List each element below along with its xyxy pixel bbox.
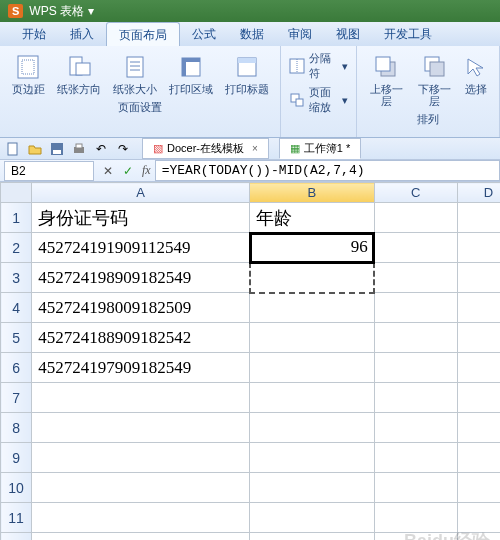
cell[interactable] [374, 353, 457, 383]
send-backward-button[interactable]: 下移一层 [411, 50, 457, 110]
cell[interactable] [32, 413, 250, 443]
cell[interactable] [374, 383, 457, 413]
print-titles-button[interactable]: 打印标题 [220, 50, 274, 98]
cell[interactable] [457, 443, 500, 473]
cell[interactable] [457, 533, 500, 541]
cell[interactable] [374, 203, 457, 233]
cell[interactable] [457, 473, 500, 503]
row-header[interactable]: 8 [1, 413, 32, 443]
cell[interactable] [374, 263, 457, 293]
cell[interactable] [457, 293, 500, 323]
doc-tab-workbook[interactable]: ▦ 工作簿1 * [279, 138, 361, 159]
svg-rect-16 [296, 99, 303, 106]
cell[interactable] [250, 413, 375, 443]
cell[interactable] [457, 203, 500, 233]
cell[interactable] [250, 503, 375, 533]
cell[interactable] [457, 383, 500, 413]
cell[interactable] [374, 413, 457, 443]
row-header[interactable]: 11 [1, 503, 32, 533]
new-doc-icon[interactable] [4, 140, 22, 158]
breaks-button[interactable]: 分隔符▾ [287, 50, 350, 82]
cancel-formula-icon[interactable]: ✕ [98, 164, 118, 178]
cell[interactable]: 452724198909182549 [32, 263, 250, 293]
accept-formula-icon[interactable]: ✓ [118, 164, 138, 178]
cell[interactable]: 452724191909112549 [32, 233, 250, 263]
cell[interactable] [374, 473, 457, 503]
tab-insert[interactable]: 插入 [58, 22, 106, 46]
cell[interactable] [32, 503, 250, 533]
size-button[interactable]: 纸张大小 [108, 50, 162, 98]
row-header[interactable]: 4 [1, 293, 32, 323]
cell[interactable] [250, 383, 375, 413]
tab-view[interactable]: 视图 [324, 22, 372, 46]
cell[interactable] [457, 263, 500, 293]
cell[interactable]: 452724198009182509 [32, 293, 250, 323]
undo-icon[interactable]: ↶ [92, 140, 110, 158]
tab-formulas[interactable]: 公式 [180, 22, 228, 46]
tab-home[interactable]: 开始 [10, 22, 58, 46]
col-header-A[interactable]: A [32, 183, 250, 203]
cell[interactable] [457, 503, 500, 533]
col-header-D[interactable]: D [457, 183, 500, 203]
cell[interactable]: 年龄 [250, 203, 375, 233]
row-header[interactable]: 7 [1, 383, 32, 413]
save-icon[interactable] [48, 140, 66, 158]
row-header[interactable]: 5 [1, 323, 32, 353]
cell[interactable] [374, 503, 457, 533]
row-header[interactable]: 9 [1, 443, 32, 473]
redo-icon[interactable]: ↷ [114, 140, 132, 158]
cell[interactable] [250, 473, 375, 503]
cell[interactable] [32, 383, 250, 413]
title-dropdown-icon[interactable]: ▾ [88, 4, 94, 18]
cell[interactable] [250, 353, 375, 383]
col-header-B[interactable]: B [250, 183, 375, 203]
row-header[interactable]: 6 [1, 353, 32, 383]
doc-tab-templates[interactable]: ▧ Docer-在线模板 × [142, 138, 269, 159]
open-icon[interactable] [26, 140, 44, 158]
row-header[interactable]: 12 [1, 533, 32, 541]
close-icon[interactable]: × [252, 143, 258, 154]
cell[interactable]: 身份证号码 [32, 203, 250, 233]
page-scale-button[interactable]: 页面缩放▾ [287, 84, 350, 116]
cell[interactable] [374, 443, 457, 473]
cell[interactable] [250, 533, 375, 541]
cell[interactable] [457, 233, 500, 263]
cell[interactable] [374, 533, 457, 541]
tab-data[interactable]: 数据 [228, 22, 276, 46]
fx-icon[interactable]: fx [142, 163, 151, 178]
tab-review[interactable]: 审阅 [276, 22, 324, 46]
cell[interactable] [457, 353, 500, 383]
cell[interactable] [250, 293, 375, 323]
cell[interactable] [374, 293, 457, 323]
row-header[interactable]: 2 [1, 233, 32, 263]
bring-forward-button[interactable]: 上移一层 [363, 50, 409, 110]
cell[interactable] [32, 533, 250, 541]
tab-page-layout[interactable]: 页面布局 [106, 22, 180, 46]
cell[interactable] [374, 233, 457, 263]
col-header-C[interactable]: C [374, 183, 457, 203]
cell[interactable] [457, 413, 500, 443]
row-header[interactable]: 10 [1, 473, 32, 503]
cell[interactable] [457, 323, 500, 353]
selection-pane-button[interactable]: 选择 [460, 50, 493, 110]
print-icon[interactable] [70, 140, 88, 158]
cell[interactable] [32, 473, 250, 503]
cell[interactable] [250, 263, 375, 293]
row-header[interactable]: 3 [1, 263, 32, 293]
cell[interactable] [32, 443, 250, 473]
margins-button[interactable]: 页边距 [6, 50, 50, 98]
cell[interactable]: 452724188909182542 [32, 323, 250, 353]
cell-active[interactable]: 96 [250, 233, 375, 263]
cell[interactable] [250, 323, 375, 353]
cell[interactable]: 452724197909182549 [32, 353, 250, 383]
formula-input[interactable]: =YEAR(TODAY())-MID(A2,7,4) [155, 160, 500, 181]
select-all-corner[interactable] [1, 183, 32, 203]
orientation-button[interactable]: 纸张方向 [52, 50, 106, 98]
tab-developer[interactable]: 开发工具 [372, 22, 444, 46]
cell[interactable] [374, 323, 457, 353]
cell[interactable] [250, 443, 375, 473]
row-header[interactable]: 1 [1, 203, 32, 233]
name-box[interactable]: B2 [4, 161, 94, 181]
spreadsheet-grid[interactable]: A B C D 1 身份证号码 年龄 2 452724191909112549 … [0, 182, 500, 540]
print-area-button[interactable]: 打印区域 [164, 50, 218, 98]
